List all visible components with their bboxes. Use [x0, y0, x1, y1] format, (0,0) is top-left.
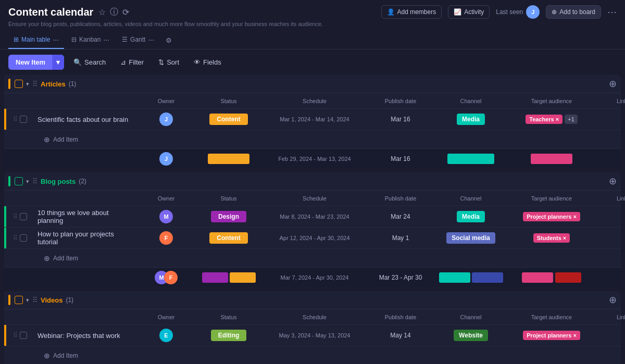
add-item-row-articles[interactable]: ⊕ Add Item [4, 130, 621, 148]
col-status-label: Status [220, 195, 236, 202]
history-icon[interactable]: ⟳ [122, 7, 129, 17]
audience-tag[interactable]: Project planners × [523, 212, 580, 221]
row-checkbox-b1[interactable] [20, 213, 27, 220]
row-owner-b1[interactable]: M [138, 210, 195, 223]
row-status-v1[interactable]: Editing [195, 330, 262, 341]
col-channel-label: Channel [460, 98, 482, 104]
group-articles: ▾ ⠿ Articles (1) ⊕ Owner Status Schedule… [4, 75, 621, 168]
star-icon[interactable]: ☆ [98, 7, 106, 17]
group-checkbox-blog-posts[interactable] [15, 177, 23, 185]
row-audience-b1: Project planners × [507, 211, 596, 222]
summary-publish-articles: Mar 16 [367, 155, 434, 162]
row-status-a1[interactable]: Content [195, 114, 262, 125]
add-item-label: Add Item [53, 352, 78, 359]
audience-tag[interactable]: Teachers × [526, 115, 562, 124]
summary-publish-blog-posts: Mar 23 - Apr 30 [367, 274, 434, 281]
row-drag-v1[interactable]: ⠿ [13, 332, 18, 339]
new-item-button[interactable]: New Item ▾ [8, 55, 64, 70]
group-header-blog-posts: ▾ ⠿ Blog posts (2) ⊕ [4, 172, 621, 190]
add-to-group-blog-posts[interactable]: ⊕ [609, 175, 617, 187]
add-members-button[interactable]: 👤 Add members [381, 5, 442, 19]
row-checkbox-b2[interactable] [20, 234, 27, 242]
group-color-videos [8, 295, 10, 305]
toolbar: New Item ▾ 🔍 Search ⊿ Filter ⇅ Sort 👁 Fi… [0, 49, 625, 75]
group-checkbox-articles[interactable] [15, 80, 23, 88]
settings-icon[interactable]: ⚙ [166, 36, 172, 44]
col-link-label: Link [617, 314, 625, 320]
summary-row-blog-posts: MF Mar 7, 2024 - Apr 30, 2024 Mar 23 - A… [4, 267, 621, 287]
summary-status-blog-posts [195, 272, 262, 283]
sort-button[interactable]: ⇅ Sort [153, 55, 184, 69]
row-drag-b1[interactable]: ⠿ [13, 213, 18, 220]
row-channel-v1[interactable]: Website [434, 330, 507, 341]
tab-main-table[interactable]: ⊞ Main table ··· [8, 31, 64, 49]
sort-icon: ⇅ [158, 58, 164, 66]
row-status-b1[interactable]: Design [195, 211, 262, 222]
col-headers-blog-posts: Owner Status Schedule Publish date Chann… [4, 190, 621, 206]
row-status-b2[interactable]: Content [195, 232, 262, 244]
group-chevron-videos[interactable]: ▾ [26, 297, 29, 304]
row-schedule-v1: May 3, 2024 - May 13, 2024 [262, 332, 367, 338]
group-chevron-blog-posts[interactable]: ▾ [26, 178, 29, 185]
audience-tag[interactable]: Students × [533, 233, 570, 243]
tab-main-table-more[interactable]: ··· [53, 35, 59, 44]
add-item-row-blog-posts[interactable]: ⊕ Add Item [4, 248, 621, 267]
summary-audience-block [555, 272, 581, 283]
table-container: ▾ ⠿ Articles (1) ⊕ Owner Status Schedule… [0, 75, 625, 364]
group-title-articles: Articles [41, 80, 66, 88]
info-icon[interactable]: ⓘ [110, 7, 118, 18]
row-schedule-a1: Mar 1, 2024 - Mar 14, 2024 [262, 116, 367, 122]
more-options-icon[interactable]: ⋯ [607, 6, 617, 18]
channel-badge-b1: Media [457, 211, 485, 222]
fields-button[interactable]: 👁 Fields [189, 55, 227, 69]
app-title: Content calendar [8, 6, 93, 18]
add-to-group-articles[interactable]: ⊕ [609, 78, 617, 90]
group-checkbox-videos[interactable] [15, 296, 23, 304]
tab-bar: ⊞ Main table ··· ⊟ Kanban ··· ☰ Gantt ··… [0, 31, 625, 49]
kanban-icon: ⊟ [71, 36, 77, 43]
tab-gantt-more[interactable]: ··· [148, 35, 154, 44]
add-to-board-button[interactable]: ⊕ Add to board [546, 5, 601, 19]
row-drag-a1[interactable]: ⠿ [13, 116, 18, 123]
row-channel-a1[interactable]: Media [434, 114, 507, 125]
owner-avatar-a1: J [159, 112, 173, 126]
tab-gantt[interactable]: ☰ Gantt ··· [117, 31, 159, 49]
summary-row-articles: J Feb 29, 2024 - Mar 13, 2024 Mar 16 ⋮ [4, 148, 621, 168]
add-item-label: Add Item [53, 255, 78, 262]
tab-kanban[interactable]: ⊟ Kanban ··· [66, 31, 115, 49]
new-item-dropdown-arrow[interactable]: ▾ [52, 55, 64, 70]
group-count-articles: (1) [69, 80, 77, 87]
row-channel-b1[interactable]: Media [434, 211, 507, 222]
group-count-videos: (1) [66, 296, 73, 304]
summary-audience-block [531, 154, 572, 164]
summary-channel-block [472, 272, 503, 283]
row-channel-b2[interactable]: Social media [434, 232, 507, 244]
owner-avatar-b2: F [159, 231, 173, 245]
summary-status-block [230, 272, 256, 283]
summary-audience-blog-posts [507, 271, 596, 284]
add-to-group-videos[interactable]: ⊕ [609, 294, 617, 306]
filter-button[interactable]: ⊿ Filter [115, 55, 149, 69]
col-status-label: Status [220, 98, 236, 104]
row-publish-b1: Mar 24 [367, 213, 434, 220]
channel-badge-b2: Social media [446, 232, 495, 244]
tab-kanban-more[interactable]: ··· [103, 35, 109, 44]
col-publish-label: Publish date [385, 314, 417, 320]
row-checkbox-a1[interactable] [20, 116, 27, 123]
search-button[interactable]: 🔍 Search [68, 55, 111, 69]
row-owner-v1[interactable]: E [138, 329, 195, 342]
group-title-videos: Videos [41, 296, 63, 304]
row-owner-a1[interactable]: J [138, 112, 195, 126]
row-owner-b2[interactable]: F [138, 231, 195, 245]
add-item-plus-icon: ⊕ [44, 254, 50, 262]
audience-tag[interactable]: Project planners × [523, 331, 580, 340]
row-checkbox-v1[interactable] [20, 332, 27, 339]
summary-owner-blog-posts: MF [138, 271, 195, 284]
activity-button[interactable]: 📈 Activity [448, 5, 490, 19]
add-board-icon: ⊕ [552, 8, 557, 16]
add-item-row-videos[interactable]: ⊕ Add Item [4, 346, 621, 364]
group-chevron-articles[interactable]: ▾ [26, 81, 29, 87]
summary-channel-articles [434, 154, 507, 164]
row-drag-b2[interactable]: ⠿ [13, 234, 18, 242]
col-schedule-label: Schedule [303, 98, 327, 104]
